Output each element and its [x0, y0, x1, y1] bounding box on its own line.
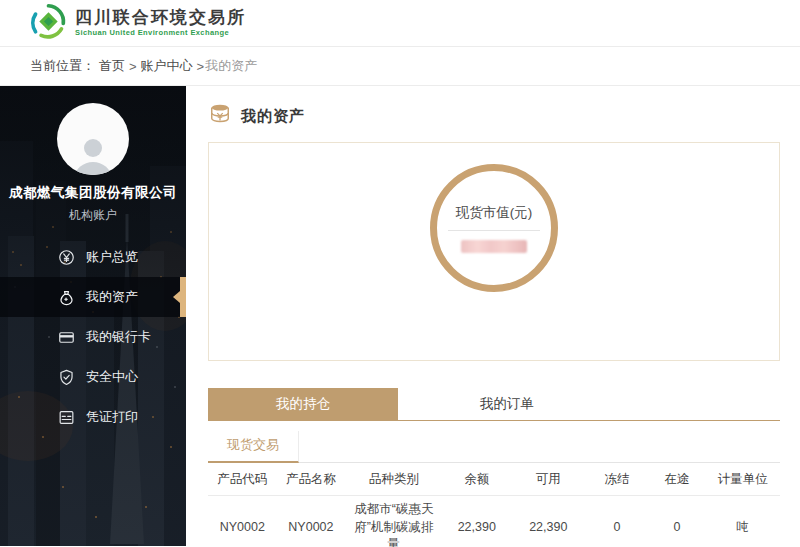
active-indicator-arrow [173, 291, 180, 303]
cell-available: 22,390 [511, 496, 585, 547]
col-balance: 余额 [442, 463, 511, 496]
account-type: 机构账户 [0, 207, 186, 224]
spot-market-value-circle: 现货市值(元) [430, 164, 558, 292]
sidebar-item-label: 我的银行卡 [86, 328, 151, 346]
receipt-icon [57, 408, 76, 427]
coins-icon [208, 103, 232, 129]
sidebar-menu: 账户总览 我的资产 [0, 237, 186, 437]
breadcrumb-current: 我的资产 [205, 57, 257, 75]
tab-my-holdings[interactable]: 我的持仓 [208, 388, 398, 420]
col-product-code: 产品代码 [208, 463, 277, 496]
col-available: 可用 [511, 463, 585, 496]
yuan-circle-icon [57, 248, 76, 267]
account-sidebar: 成都燃气集团股份有限公司 机构账户 账户总览 [0, 86, 186, 546]
sidebar-item-voucher-print[interactable]: 凭证打印 [0, 397, 186, 437]
table-row: NY0002 NY0002 成都市“碳惠天府”机制碳减排量 22,390 22,… [208, 496, 780, 547]
cell-balance: 22,390 [442, 496, 511, 547]
tab-my-orders[interactable]: 我的订单 [398, 388, 616, 420]
sidebar-item-my-assets[interactable]: 我的资产 [0, 277, 186, 317]
cell-in-transit: 0 [648, 496, 705, 547]
page-title: 我的资产 [241, 107, 305, 126]
main-content: 我的资产 现货市值(元) 我的持仓 我的订单 现货交易 产品代码 [186, 86, 800, 546]
shield-check-icon [57, 368, 76, 387]
asset-summary-panel: 现货市值(元) [208, 142, 780, 361]
col-in-transit: 在途 [648, 463, 705, 496]
holdings-table: 产品代码 产品名称 品种类别 余额 可用 冻结 在途 计量单位 NY0002 N… [208, 463, 780, 547]
bank-card-icon [57, 328, 76, 347]
breadcrumb-section-link[interactable]: 账户中心 [141, 57, 193, 75]
col-product-name: 产品名称 [277, 463, 346, 496]
sidebar-item-label: 账户总览 [86, 248, 138, 266]
breadcrumb-separator: > [129, 59, 137, 74]
breadcrumb: 当前位置： 首页 > 账户中心 > 我的资产 [0, 47, 800, 86]
table-header-row: 产品代码 产品名称 品种类别 余额 可用 冻结 在途 计量单位 [208, 463, 780, 496]
cell-product-code: NY0002 [208, 496, 277, 547]
holdings-orders-tabs: 我的持仓 我的订单 [208, 388, 780, 421]
page: 四川联合环境交易所 Sichuan United Environment Exc… [0, 0, 800, 547]
breadcrumb-separator: > [197, 59, 205, 74]
sidebar-item-bank-card[interactable]: 我的银行卡 [0, 317, 186, 357]
sidebar-item-label: 安全中心 [86, 368, 138, 386]
cell-variety-category: 成都市“碳惠天府”机制碳减排量 [345, 496, 442, 547]
circle-divider [448, 230, 540, 231]
sidebar-item-account-overview[interactable]: 账户总览 [0, 237, 186, 277]
sidebar-item-label: 凭证打印 [86, 408, 138, 426]
active-indicator-bar [180, 277, 186, 317]
avatar [57, 103, 129, 175]
sidebar-item-security-center[interactable]: 安全中心 [0, 357, 186, 397]
breadcrumb-label: 当前位置： [30, 57, 95, 75]
cell-frozen: 0 [585, 496, 648, 547]
sidebar-item-label: 我的资产 [86, 288, 138, 306]
logo-subtitle: Sichuan United Environment Exchange [75, 29, 246, 38]
subtab-row: 现货交易 [208, 431, 780, 463]
redacted-value [461, 240, 527, 253]
logo-title: 四川联合环境交易所 [75, 8, 246, 28]
breadcrumb-home-link[interactable]: 首页 [99, 57, 125, 75]
col-variety-category: 品种类别 [345, 463, 442, 496]
cell-product-name: NY0002 [277, 496, 346, 547]
exchange-logo-icon [30, 3, 67, 44]
cell-unit: 吨 [706, 496, 780, 547]
money-bag-icon [57, 288, 76, 307]
col-unit: 计量单位 [706, 463, 780, 496]
spot-market-value-label: 现货市值(元) [456, 204, 533, 222]
company-name: 成都燃气集团股份有限公司 [0, 184, 186, 202]
page-title-row: 我的资产 [208, 104, 780, 128]
subtab-spot-trading[interactable]: 现货交易 [208, 431, 299, 463]
col-frozen: 冻结 [585, 463, 648, 496]
site-logo[interactable]: 四川联合环境交易所 Sichuan United Environment Exc… [30, 3, 246, 44]
site-header: 四川联合环境交易所 Sichuan United Environment Exc… [0, 0, 800, 47]
